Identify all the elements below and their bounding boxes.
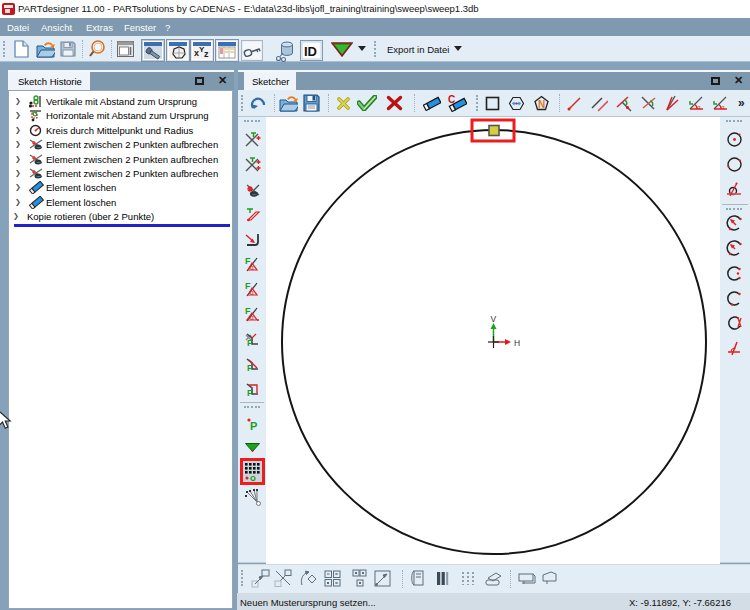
svg-text:α: α [697, 104, 701, 110]
svg-text:z: z [204, 49, 209, 59]
svg-text:V: V [491, 314, 497, 324]
svg-text:α: α [250, 264, 254, 271]
svg-text:P: P [250, 420, 257, 431]
svg-text:H: H [514, 338, 520, 348]
svg-text:ID: ID [304, 44, 317, 59]
svg-text:N: N [538, 99, 545, 110]
svg-text:F: F [247, 363, 253, 373]
svg-text:α: α [250, 289, 254, 296]
svg-text:α: α [250, 314, 254, 321]
svg-text:α: α [721, 104, 725, 110]
svg-text:F: F [247, 338, 253, 348]
svg-text:F: F [247, 388, 253, 398]
